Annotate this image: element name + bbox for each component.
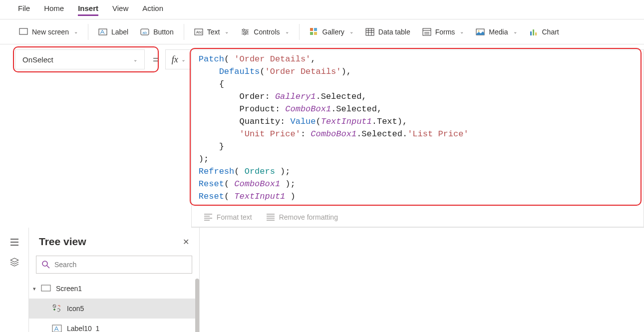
ribbon-separator bbox=[299, 24, 300, 40]
data-table-button[interactable]: Data table bbox=[361, 25, 414, 38]
chevron-down-icon: ⌄ bbox=[74, 29, 78, 34]
tree-item-label10-1[interactable]: Label10_1 bbox=[29, 319, 199, 332]
svg-rect-12 bbox=[314, 32, 317, 35]
scrollbar[interactable] bbox=[195, 279, 199, 332]
chevron-down-icon: ⌄ bbox=[285, 29, 289, 34]
forms-label: Forms bbox=[435, 28, 455, 36]
gallery-label: Gallery bbox=[322, 28, 344, 36]
menu-view[interactable]: View bbox=[112, 4, 128, 16]
property-value: OnSelect bbox=[22, 55, 53, 64]
chevron-down-icon: ⌄ bbox=[460, 29, 464, 34]
tree-view-panel: Tree view ✕ ▾ Screen1 Icon5 Label10_1 bbox=[29, 228, 200, 332]
menu-bar: File Home Insert View Action bbox=[0, 0, 644, 19]
button-icon: ab bbox=[140, 27, 149, 36]
screen-icon bbox=[19, 27, 28, 36]
search-input[interactable] bbox=[54, 261, 187, 269]
svg-rect-19 bbox=[535, 32, 537, 35]
button-button[interactable]: ab Button bbox=[136, 25, 177, 38]
tree-body: ▾ Screen1 Icon5 Label10_1 Label10 TextIn… bbox=[29, 279, 199, 332]
gallery-button[interactable]: Gallery ⌄ bbox=[306, 25, 357, 38]
data-table-icon bbox=[365, 27, 374, 36]
hamburger-icon[interactable] bbox=[10, 238, 19, 247]
close-icon[interactable]: ✕ bbox=[183, 237, 189, 247]
svg-rect-1 bbox=[99, 29, 107, 35]
tree-item-screen1[interactable]: ▾ Screen1 bbox=[29, 279, 199, 299]
svg-rect-24 bbox=[52, 325, 61, 332]
forms-button[interactable]: Forms ⌄ bbox=[418, 25, 468, 38]
svg-text:ab: ab bbox=[143, 30, 147, 35]
layers-icon[interactable] bbox=[10, 258, 19, 267]
controls-button[interactable]: Controls ⌄ bbox=[237, 25, 293, 38]
chart-label: Chart bbox=[542, 28, 559, 36]
formula-editor[interactable]: Patch( 'Order Details', Defaults('Order … bbox=[192, 50, 644, 208]
addnew-compound-icon bbox=[52, 304, 62, 313]
svg-point-16 bbox=[478, 30, 480, 31]
format-bar: Format text Remove formatting bbox=[191, 208, 644, 227]
new-screen-label: New screen bbox=[32, 28, 69, 36]
chevron-down-icon: ⌄ bbox=[225, 29, 229, 34]
label-icon bbox=[98, 27, 107, 36]
new-screen-button[interactable]: New screen ⌄ bbox=[15, 25, 82, 38]
equals-sign: = bbox=[153, 53, 159, 66]
svg-rect-17 bbox=[530, 31, 532, 35]
align-justify-icon bbox=[266, 213, 275, 222]
tree-item-label: Label10_1 bbox=[67, 325, 99, 332]
svg-rect-14 bbox=[423, 28, 431, 35]
svg-rect-11 bbox=[310, 32, 313, 35]
svg-point-20 bbox=[42, 261, 47, 266]
menu-home[interactable]: Home bbox=[44, 4, 64, 16]
menu-file[interactable]: File bbox=[18, 4, 30, 16]
media-icon bbox=[476, 27, 485, 36]
label-icon bbox=[52, 324, 62, 332]
forms-icon bbox=[422, 27, 431, 36]
format-text-button[interactable]: Format text bbox=[204, 213, 252, 222]
tree-item-label: Screen1 bbox=[56, 285, 82, 293]
property-dropdown[interactable]: OnSelect ⌄ bbox=[15, 49, 145, 69]
tree-search-box[interactable] bbox=[36, 256, 192, 274]
remove-formatting-button[interactable]: Remove formatting bbox=[266, 213, 338, 222]
controls-icon bbox=[241, 27, 250, 36]
chevron-down-icon: ⌄ bbox=[349, 29, 353, 34]
svg-rect-21 bbox=[41, 285, 50, 291]
screen-icon bbox=[41, 284, 51, 293]
text-button[interactable]: Abc Text ⌄ bbox=[190, 25, 233, 38]
controls-label: Controls bbox=[254, 28, 280, 36]
svg-rect-9 bbox=[310, 28, 313, 31]
tree-view-title: Tree view bbox=[39, 236, 86, 248]
ribbon-separator bbox=[88, 24, 88, 40]
ribbon-separator bbox=[184, 24, 184, 40]
svg-line-23 bbox=[53, 305, 55, 307]
text-icon: Abc bbox=[194, 27, 203, 36]
search-icon bbox=[41, 260, 50, 269]
svg-rect-10 bbox=[314, 28, 317, 31]
svg-point-8 bbox=[244, 33, 246, 35]
chart-button[interactable]: Chart bbox=[525, 25, 563, 38]
align-left-icon bbox=[204, 213, 213, 222]
svg-text:Abc: Abc bbox=[196, 30, 203, 34]
label-label: Label bbox=[111, 28, 128, 36]
left-rail bbox=[0, 228, 29, 332]
svg-point-6 bbox=[243, 29, 245, 31]
fx-button[interactable]: fx ⌄ bbox=[165, 49, 191, 69]
media-label: Media bbox=[489, 28, 508, 36]
data-table-label: Data table bbox=[378, 28, 410, 36]
remove-formatting-label: Remove formatting bbox=[279, 213, 338, 221]
svg-rect-13 bbox=[366, 28, 374, 35]
svg-rect-0 bbox=[19, 28, 27, 34]
svg-rect-18 bbox=[533, 29, 534, 35]
format-text-label: Format text bbox=[217, 213, 252, 221]
ribbon: New screen ⌄ Label ab Button Abc Text ⌄ … bbox=[0, 19, 644, 44]
svg-point-7 bbox=[246, 31, 248, 33]
chart-icon bbox=[529, 27, 538, 36]
menu-action[interactable]: Action bbox=[142, 4, 163, 16]
menu-insert[interactable]: Insert bbox=[78, 4, 98, 16]
tree-item-label: Icon5 bbox=[67, 305, 84, 313]
canvas-area: Company BB $ 230.00 › Order 0933 New Com… bbox=[200, 228, 644, 332]
label-button[interactable]: Label bbox=[94, 25, 132, 38]
tree-item-icon5[interactable]: Icon5 bbox=[29, 299, 199, 319]
formula-bar: OnSelect ⌄ = fx ⌄ Patch( 'Order Details'… bbox=[0, 44, 644, 228]
media-button[interactable]: Media ⌄ bbox=[472, 25, 521, 38]
chevron-down-icon: ⌄ bbox=[513, 29, 517, 34]
chevron-down-icon: ▾ bbox=[33, 286, 36, 292]
gallery-icon bbox=[310, 27, 319, 36]
